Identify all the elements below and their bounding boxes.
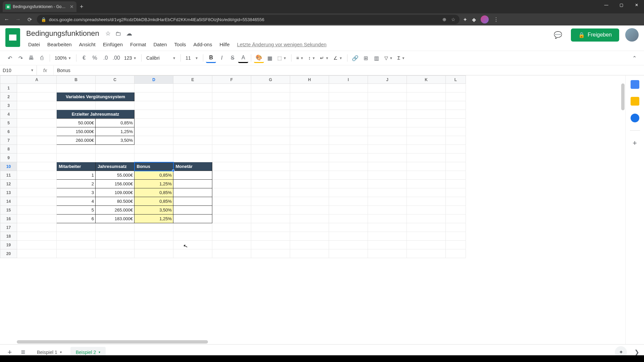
insert-chart-button[interactable]: ▥ bbox=[372, 53, 382, 63]
cell-G4[interactable] bbox=[251, 110, 290, 119]
cell-J7[interactable] bbox=[368, 136, 407, 145]
cell-A9[interactable] bbox=[17, 154, 57, 162]
cell-J16[interactable] bbox=[368, 215, 407, 223]
cell-I10[interactable] bbox=[329, 162, 368, 171]
extensions-icon[interactable]: ✦ bbox=[463, 16, 467, 23]
cell-G16[interactable] bbox=[251, 215, 290, 223]
cell-H19[interactable] bbox=[290, 241, 329, 249]
cell-D14[interactable]: 0,85% bbox=[135, 197, 173, 206]
cell-L9[interactable] bbox=[446, 154, 466, 162]
cell-E12[interactable] bbox=[173, 180, 212, 188]
cell-L15[interactable] bbox=[446, 206, 466, 215]
cell-G20[interactable] bbox=[251, 249, 290, 258]
cell-B15[interactable]: 5 bbox=[57, 206, 96, 215]
cell-J13[interactable] bbox=[368, 188, 407, 197]
cell-K15[interactable] bbox=[407, 206, 446, 215]
cell-F3[interactable] bbox=[212, 101, 251, 110]
cell-J12[interactable] bbox=[368, 180, 407, 188]
increase-decimal-button[interactable]: .00 bbox=[111, 53, 121, 63]
cell-F1[interactable] bbox=[212, 84, 251, 93]
cell-E14[interactable] bbox=[173, 197, 212, 206]
bookmark-icon[interactable]: ☆ bbox=[451, 17, 455, 22]
cell-D7[interactable] bbox=[135, 136, 173, 145]
url-input[interactable]: 🔒 docs.google.com/spreadsheets/d/1vg2Rcd… bbox=[37, 15, 460, 24]
cell-K11[interactable] bbox=[407, 171, 446, 180]
cell-D16[interactable]: 1,25% bbox=[135, 215, 173, 223]
cell-F19[interactable] bbox=[212, 241, 251, 249]
cell-G7[interactable] bbox=[251, 136, 290, 145]
cell-B10[interactable]: Mitarbeiter bbox=[57, 162, 96, 171]
cell-G6[interactable] bbox=[251, 127, 290, 136]
menu-edit[interactable]: Bearbeiten bbox=[44, 40, 75, 49]
cell-I5[interactable] bbox=[329, 119, 368, 127]
formula-input[interactable]: Bonus bbox=[54, 65, 644, 75]
cell-E7[interactable] bbox=[173, 136, 212, 145]
menu-view[interactable]: Ansicht bbox=[76, 40, 99, 49]
cell-B1[interactable] bbox=[57, 84, 96, 93]
cell-F4[interactable] bbox=[212, 110, 251, 119]
move-icon[interactable]: 🗀 bbox=[115, 30, 121, 37]
cell-I4[interactable] bbox=[329, 110, 368, 119]
cell-G8[interactable] bbox=[251, 145, 290, 154]
cell-I8[interactable] bbox=[329, 145, 368, 154]
cell-C10[interactable]: Jahresumsatz bbox=[96, 162, 135, 171]
cell-D18[interactable] bbox=[135, 232, 173, 241]
cell-C15[interactable]: 265.000€ bbox=[96, 206, 135, 215]
cell-A4[interactable] bbox=[17, 110, 57, 119]
fill-color-button[interactable]: 🎨 bbox=[254, 53, 264, 63]
column-header-A[interactable]: A bbox=[17, 76, 57, 84]
cell-A12[interactable] bbox=[17, 180, 57, 188]
column-header-D[interactable]: D bbox=[135, 76, 173, 84]
cell-A8[interactable] bbox=[17, 145, 57, 154]
forward-button[interactable]: → bbox=[14, 16, 22, 22]
cell-F8[interactable] bbox=[212, 145, 251, 154]
cell-B16[interactable]: 6 bbox=[57, 215, 96, 223]
cell-G12[interactable] bbox=[251, 180, 290, 188]
merge-button[interactable]: ⬚▼ bbox=[275, 55, 288, 61]
cell-A15[interactable] bbox=[17, 206, 57, 215]
cell-F15[interactable] bbox=[212, 206, 251, 215]
cell-B2[interactable]: Variables Vergütungssystem bbox=[57, 93, 135, 101]
borders-button[interactable]: ▦ bbox=[265, 53, 275, 63]
cell-A14[interactable] bbox=[17, 197, 57, 206]
cell-I3[interactable] bbox=[329, 101, 368, 110]
cell-L4[interactable] bbox=[446, 110, 466, 119]
menu-tools[interactable]: Tools bbox=[171, 40, 190, 49]
cell-H10[interactable] bbox=[290, 162, 329, 171]
star-icon[interactable]: ☆ bbox=[105, 30, 111, 37]
cell-I1[interactable] bbox=[329, 84, 368, 93]
cell-D2[interactable] bbox=[135, 93, 173, 101]
cell-E19[interactable] bbox=[173, 241, 212, 249]
cell-F2[interactable] bbox=[212, 93, 251, 101]
cell-B7[interactable]: 260.000€ bbox=[57, 136, 96, 145]
cell-B8[interactable] bbox=[57, 145, 96, 154]
window-maximize-button[interactable]: ▢ bbox=[614, 0, 629, 10]
cell-L5[interactable] bbox=[446, 119, 466, 127]
strike-button[interactable]: S bbox=[227, 53, 237, 63]
sheet-tab-menu-icon[interactable]: ▾ bbox=[60, 350, 62, 354]
cell-E15[interactable] bbox=[173, 206, 212, 215]
column-header-B[interactable]: B bbox=[57, 76, 96, 84]
cell-A16[interactable] bbox=[17, 215, 57, 223]
cell-A10[interactable] bbox=[17, 162, 57, 171]
row-header-11[interactable]: 11 bbox=[0, 171, 17, 180]
row-header-12[interactable]: 12 bbox=[0, 180, 17, 188]
window-close-button[interactable]: ✕ bbox=[629, 0, 644, 10]
cell-C6[interactable]: 1,25% bbox=[96, 127, 135, 136]
cell-K4[interactable] bbox=[407, 110, 446, 119]
menu-data[interactable]: Daten bbox=[150, 40, 170, 49]
cell-F7[interactable] bbox=[212, 136, 251, 145]
functions-button[interactable]: Σ▼ bbox=[395, 55, 407, 61]
cell-D9[interactable] bbox=[135, 154, 173, 162]
cell-K5[interactable] bbox=[407, 119, 446, 127]
cell-E17[interactable] bbox=[173, 223, 212, 232]
cell-I11[interactable] bbox=[329, 171, 368, 180]
cell-A2[interactable] bbox=[17, 93, 57, 101]
cell-C17[interactable] bbox=[96, 223, 135, 232]
row-header-14[interactable]: 14 bbox=[0, 197, 17, 206]
row-header-2[interactable]: 2 bbox=[0, 93, 17, 101]
column-header-C[interactable]: C bbox=[96, 76, 135, 84]
cell-F14[interactable] bbox=[212, 197, 251, 206]
bold-button[interactable]: B bbox=[206, 53, 216, 63]
cell-G19[interactable] bbox=[251, 241, 290, 249]
